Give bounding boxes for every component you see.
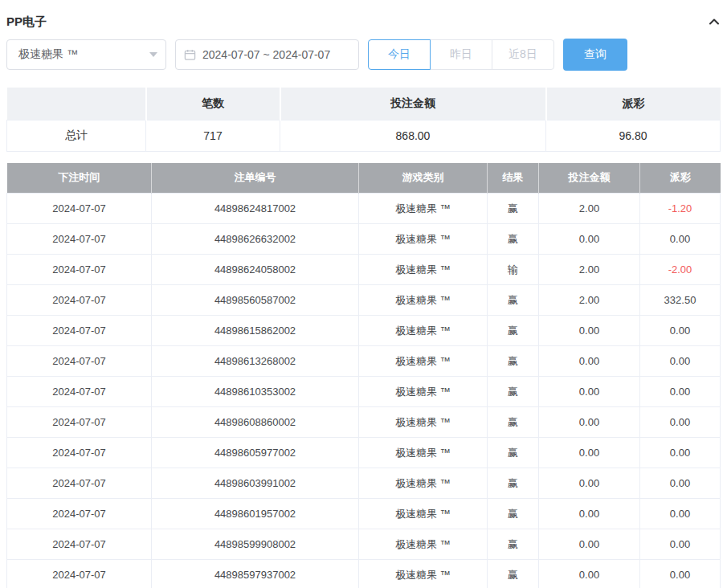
summary-column-header: 投注金额 — [280, 88, 546, 120]
table-row: 2024-07-0744898603991002极速糖果 ™赢0.000.00 — [7, 468, 721, 499]
date-range-value: 2024-07-07 ~ 2024-07-07 — [202, 48, 330, 61]
table-cell: 极速糖果 ™ — [359, 407, 488, 438]
summary-header-row: 笔数投注金额派彩 — [7, 88, 721, 120]
table-cell: 2024-07-07 — [7, 407, 152, 438]
table-cell: 赢 — [488, 407, 539, 438]
table-cell: 0.00 — [539, 499, 640, 529]
table-cell: 0.00 — [640, 346, 721, 377]
table-cell: 2024-07-07 — [7, 438, 152, 468]
table-row: 2024-07-0744898560587002极速糖果 ™赢2.00332.5… — [7, 285, 721, 316]
table-row: 2024-07-0744898608860002极速糖果 ™赢0.000.00 — [7, 407, 721, 438]
column-header: 投注金额 — [539, 163, 640, 194]
table-row: 2024-07-0744898624817002极速糖果 ™赢2.00-1.20 — [7, 194, 721, 224]
table-cell: 44898601957002 — [152, 499, 359, 529]
table-row: 2024-07-0744898615862002极速糖果 ™赢0.000.00 — [7, 316, 721, 346]
table-row: 2024-07-0744898626632002极速糖果 ™赢0.000.00 — [7, 224, 721, 255]
table-row: 2024-07-0744898599908002极速糖果 ™赢0.000.00 — [7, 529, 721, 560]
table-cell: 输 — [488, 255, 539, 285]
table-cell: 2024-07-07 — [7, 255, 152, 285]
table-row: 2024-07-0744898597937002极速糖果 ™赢0.000.00 — [7, 560, 721, 588]
table-cell: 2024-07-07 — [7, 560, 152, 588]
table-cell: 2.00 — [539, 194, 640, 224]
bets-table-body: 2024-07-0744898624817002极速糖果 ™赢2.00-1.20… — [7, 194, 721, 588]
table-cell: 0.00 — [539, 224, 640, 255]
chevron-down-icon — [149, 52, 157, 57]
table-cell: 2024-07-07 — [7, 194, 152, 224]
bets-table: 下注时间注单编号游戏类别结果投注金额派彩 2024-07-07448986248… — [6, 163, 721, 588]
table-cell: 44898608860002 — [152, 407, 359, 438]
table-cell: 0.00 — [539, 468, 640, 499]
filter-bar: 极速糖果 ™ 2024-07-07 ~ 2024-07-07 今日 昨日 近8日… — [6, 39, 721, 71]
summary-total-row: 总计717868.0096.80 — [7, 120, 721, 151]
bets-table-header-row: 下注时间注单编号游戏类别结果投注金额派彩 — [7, 163, 721, 194]
summary-column-header — [7, 88, 146, 120]
table-cell: 44898599908002 — [152, 529, 359, 560]
table-cell: 极速糖果 ™ — [359, 285, 488, 316]
table-cell: 2024-07-07 — [7, 316, 152, 346]
table-cell: 0.00 — [640, 560, 721, 588]
yesterday-button[interactable]: 昨日 — [430, 39, 492, 70]
table-cell: 0.00 — [539, 560, 640, 588]
chevron-up-icon — [708, 15, 721, 28]
table-row: 2024-07-0744898610353002极速糖果 ™赢0.000.00 — [7, 377, 721, 407]
table-cell: 极速糖果 ™ — [359, 224, 488, 255]
pp-electronic-panel: PP电子 极速糖果 ™ 2024-07-07 ~ 2024-07-07 — [0, 0, 727, 588]
table-cell: 0.00 — [640, 224, 721, 255]
collapse-button[interactable] — [708, 15, 721, 28]
table-cell: 44898597937002 — [152, 560, 359, 588]
table-cell: 2.00 — [539, 255, 640, 285]
table-cell: 0.00 — [539, 438, 640, 468]
table-cell: 44898613268002 — [152, 346, 359, 377]
game-select-value: 极速糖果 ™ — [18, 47, 78, 62]
summary-table: 笔数投注金额派彩 总计717868.0096.80 — [6, 88, 721, 152]
table-cell: 0.00 — [640, 499, 721, 529]
table-cell: 2024-07-07 — [7, 468, 152, 499]
table-row: 2024-07-0744898613268002极速糖果 ™赢0.000.00 — [7, 346, 721, 377]
table-cell: 0.00 — [640, 438, 721, 468]
table-cell: 44898626632002 — [152, 224, 359, 255]
table-cell: 0.00 — [640, 407, 721, 438]
calendar-icon — [184, 49, 196, 61]
panel-header: PP电子 — [6, 0, 721, 39]
table-cell: 极速糖果 ™ — [359, 346, 488, 377]
table-row: 2024-07-0744898601957002极速糖果 ™赢0.000.00 — [7, 499, 721, 529]
table-cell: 44898615862002 — [152, 316, 359, 346]
table-cell: 0.00 — [539, 316, 640, 346]
table-cell: 极速糖果 ™ — [359, 316, 488, 346]
table-cell: 极速糖果 ™ — [359, 529, 488, 560]
table-cell: 44898624058002 — [152, 255, 359, 285]
table-cell: 0.00 — [640, 316, 721, 346]
table-cell: 44898605977002 — [152, 438, 359, 468]
table-cell: 赢 — [488, 499, 539, 529]
page-title: PP电子 — [6, 14, 47, 30]
last-8-days-button[interactable]: 近8日 — [492, 39, 554, 70]
table-cell: 2.00 — [539, 285, 640, 316]
table-cell: 赢 — [488, 224, 539, 255]
table-cell: 极速糖果 ™ — [359, 438, 488, 468]
column-header: 注单编号 — [152, 163, 359, 194]
table-cell: 332.50 — [640, 285, 721, 316]
summary-cell: 717 — [146, 120, 280, 151]
table-cell: 44898610353002 — [152, 377, 359, 407]
table-cell: -2.00 — [640, 255, 721, 285]
table-cell: 2024-07-07 — [7, 285, 152, 316]
table-cell: 极速糖果 ™ — [359, 499, 488, 529]
table-cell: 赢 — [488, 468, 539, 499]
game-select[interactable]: 极速糖果 ™ — [6, 39, 166, 70]
table-cell: 2024-07-07 — [7, 224, 152, 255]
column-header: 派彩 — [640, 163, 721, 194]
table-cell: 2024-07-07 — [7, 499, 152, 529]
date-range-input[interactable]: 2024-07-07 ~ 2024-07-07 — [175, 39, 359, 70]
table-cell: 极速糖果 ™ — [359, 255, 488, 285]
table-cell: 0.00 — [640, 377, 721, 407]
table-cell: 赢 — [488, 438, 539, 468]
table-cell: -1.20 — [640, 194, 721, 224]
today-button[interactable]: 今日 — [368, 39, 431, 70]
search-button[interactable]: 查询 — [563, 39, 627, 71]
table-cell: 极速糖果 ™ — [359, 560, 488, 588]
table-cell: 赢 — [488, 377, 539, 407]
summary-cell: 868.00 — [280, 120, 546, 151]
table-cell: 赢 — [488, 194, 539, 224]
column-header: 下注时间 — [7, 163, 152, 194]
quick-range-group: 今日 昨日 近8日 — [368, 39, 554, 70]
